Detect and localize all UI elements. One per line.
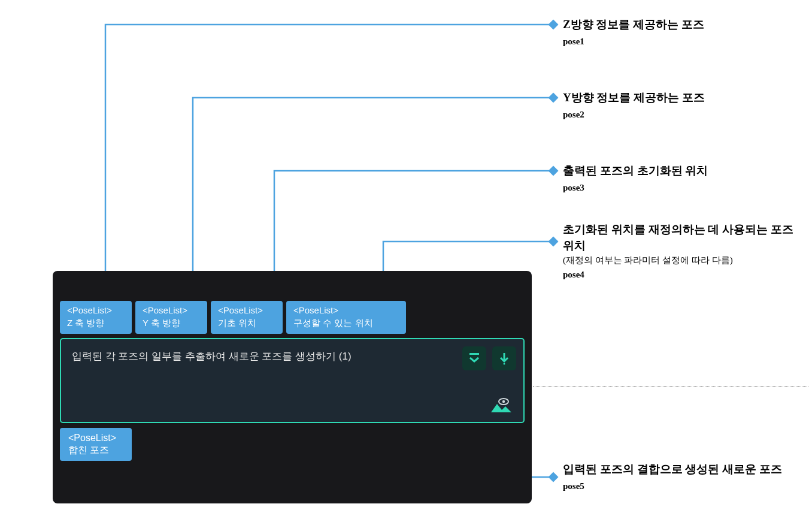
port-name-label: 합친 포즈 bbox=[68, 444, 123, 456]
svg-point-2 bbox=[504, 363, 505, 365]
input-port-y-axis[interactable]: <PoseList> Y 축 방향 bbox=[135, 301, 207, 334]
svg-rect-0 bbox=[469, 353, 479, 355]
annotation-1: Z방향 정보를 제공하는 포즈 pose1 bbox=[563, 17, 790, 47]
svg-point-4 bbox=[502, 400, 505, 403]
port-type-label: <PoseList> bbox=[218, 305, 275, 316]
collapse-icon bbox=[468, 352, 481, 365]
node-icons bbox=[462, 346, 516, 370]
annotation-code: pose2 bbox=[563, 110, 790, 120]
annotation-3: 출력된 포즈의 초기화된 위치 pose3 bbox=[563, 163, 790, 193]
bullet-diamond bbox=[549, 93, 559, 103]
execute-button[interactable] bbox=[492, 346, 516, 370]
download-arrow-icon bbox=[498, 352, 511, 365]
port-name-label: 기초 위치 bbox=[218, 318, 275, 329]
visualize-icon[interactable] bbox=[487, 398, 513, 416]
bullet-diamond bbox=[549, 237, 559, 247]
node-title: 입력된 각 포즈의 일부를 추출하여 새로운 포즈를 생성하기 (1) bbox=[72, 349, 513, 364]
port-type-label: <PoseList> bbox=[293, 305, 399, 316]
input-port-base-position[interactable]: <PoseList> 기초 위치 bbox=[211, 301, 283, 334]
annotation-2: Y방향 정보를 제공하는 포즈 pose2 bbox=[563, 90, 790, 120]
input-port-z-axis[interactable]: <PoseList> Z 축 방향 bbox=[60, 301, 132, 334]
annotation-code: pose3 bbox=[563, 183, 790, 193]
collapse-all-button[interactable] bbox=[462, 346, 486, 370]
input-port-configurable-position[interactable]: <PoseList> 구성할 수 있는 위치 bbox=[286, 301, 406, 334]
annotation-subtitle: (재정의 여부는 파라미터 설정에 따라 다름) bbox=[563, 255, 802, 266]
annotation-4: 초기화된 위치를 재정의하는 데 사용되는 포즈 위치 (재정의 여부는 파라미… bbox=[563, 222, 802, 280]
bullet-diamond bbox=[549, 472, 559, 482]
port-type-label: <PoseList> bbox=[67, 305, 125, 316]
port-name-label: 구성할 수 있는 위치 bbox=[293, 318, 399, 329]
annotation-title: 초기화된 위치를 재정의하는 데 사용되는 포즈 위치 bbox=[563, 222, 802, 254]
annotation-title: Z방향 정보를 제공하는 포즈 bbox=[563, 17, 790, 33]
annotation-title: Y방향 정보를 제공하는 포즈 bbox=[563, 90, 790, 106]
port-name-label: Z 축 방향 bbox=[67, 318, 125, 329]
port-type-label: <PoseList> bbox=[143, 305, 200, 316]
annotation-5: 입력된 포즈의 결합으로 생성된 새로운 포즈 pose5 bbox=[563, 461, 802, 491]
annotation-code: pose1 bbox=[563, 37, 790, 47]
annotation-code: pose5 bbox=[563, 481, 802, 491]
port-type-label: <PoseList> bbox=[68, 432, 123, 444]
node-panel: <PoseList> Z 축 방향 <PoseList> Y 축 방향 <Pos… bbox=[53, 271, 532, 503]
bullet-diamond bbox=[549, 20, 559, 30]
port-name-label: Y 축 방향 bbox=[143, 318, 200, 329]
input-ports-row: <PoseList> Z 축 방향 <PoseList> Y 축 방향 <Pos… bbox=[60, 301, 406, 334]
annotation-title: 입력된 포즈의 결합으로 생성된 새로운 포즈 bbox=[563, 461, 802, 478]
bullet-diamond bbox=[549, 166, 559, 176]
annotation-title: 출력된 포즈의 초기화된 위치 bbox=[563, 163, 790, 179]
divider bbox=[533, 387, 808, 387]
output-port-merged-pose[interactable]: <PoseList> 합친 포즈 bbox=[60, 428, 132, 461]
node-body[interactable]: 입력된 각 포즈의 일부를 추출하여 새로운 포즈를 생성하기 (1) bbox=[60, 338, 525, 423]
annotation-code: pose4 bbox=[563, 270, 802, 280]
